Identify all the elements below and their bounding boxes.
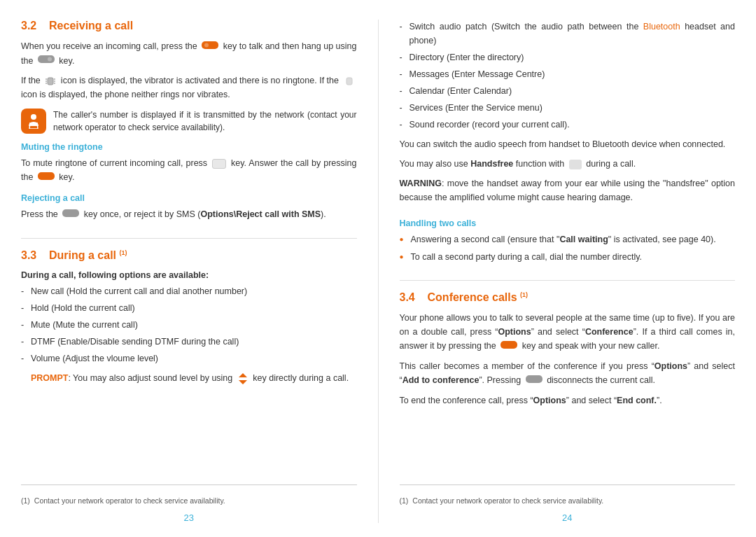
section-32-vibrate: If the icon is displayed, the vibrator i… [21, 74, 357, 102]
end-key-icon3 [526, 374, 542, 388]
left-page-number: 23 [21, 512, 357, 523]
list-item: Hold (Hold the current call) [21, 301, 357, 315]
reject-bold: Options\Reject call with SMS [201, 209, 321, 219]
svg-rect-18 [526, 375, 542, 383]
list-item: DTMF (Enable/Disable sending DTMF during… [21, 335, 357, 349]
section-34-heading: 3.4 Conference calls (1) [400, 291, 736, 304]
right-column: Switch audio patch (Switch the audio pat… [378, 20, 736, 523]
options-heading: During a call, following options are ava… [21, 270, 357, 280]
right-options-list: Switch audio patch (Switch the audio pat… [400, 20, 736, 132]
section-34-superscript: (1) [520, 291, 528, 298]
section-33-superscript: (1) [120, 249, 127, 256]
info-icon [21, 109, 46, 134]
footnote-marker: (1) [21, 496, 30, 507]
warning-text: WARNING: move the handset away from your… [400, 176, 736, 204]
nav-key-icon [237, 372, 248, 385]
svg-rect-2 [38, 55, 55, 63]
list-item: Services (Enter the Service menu) [400, 101, 736, 115]
conference-para2: This caller becomes a member of the conf… [400, 359, 736, 388]
right-footnote-text: Contact your network operator to check s… [412, 496, 603, 507]
list-item: Switch audio patch (Switch the audio pat… [400, 20, 736, 48]
divider [21, 238, 357, 239]
list-item: Messages (Enter Message Centre) [400, 67, 736, 81]
list-item: New call (Hold the current call and dial… [21, 284, 357, 298]
call-waiting-bold: Call waiting [559, 235, 608, 244]
end-key-icon [38, 54, 55, 68]
info-box: The caller's number is displayed if it i… [21, 109, 357, 134]
call-key-icon2 [38, 171, 55, 185]
options-list: New call (Hold the current call and dial… [21, 284, 357, 365]
svg-rect-14 [62, 209, 79, 217]
list-item: Sound recorder (record your current call… [400, 118, 736, 132]
section-32-heading: 3.2 Receiving a call [21, 20, 357, 32]
section-33: 3.3 During a call (1) During a call, fol… [21, 249, 357, 391]
section-34-title: Conference calls [428, 291, 517, 303]
prompt-box: PROMPT: You may also adjust sound level … [21, 371, 357, 385]
prompt-label: PROMPT [31, 373, 68, 383]
footnote-text: Contact your network operator to check s… [34, 496, 225, 507]
warning-label: WARNING [400, 179, 442, 188]
svg-marker-16 [239, 380, 247, 384]
left-column: 3.2 Receiving a call When you receive an… [21, 20, 357, 523]
handling-heading: Handling two calls [400, 218, 736, 228]
section-33-number: 3.3 [21, 249, 36, 261]
list-item: Answering a second call (ensure that "Ca… [400, 232, 736, 246]
vibrate-icon1 [45, 76, 56, 87]
info-box-text: The caller's number is displayed if it i… [53, 109, 357, 134]
conference-para3: To end the conference call, press “Optio… [400, 393, 736, 407]
right-divider [400, 280, 736, 281]
svg-point-1 [204, 43, 209, 47]
handling-two-calls: Handling two calls Answering a second ca… [400, 210, 736, 270]
right-page-number: 24 [400, 512, 736, 523]
handsfree-text: You may also use Handsfree function with… [400, 157, 736, 171]
reject-heading: Rejecting a call [21, 193, 357, 203]
right-footnote: (1) Contact your network operator to che… [400, 496, 736, 507]
end-key-icon2 [62, 208, 79, 222]
section-32-cont: Switch audio patch (Switch the audio pat… [400, 20, 736, 210]
mute-text: To mute ringtone of current incoming cal… [21, 156, 357, 185]
list-item: Directory (Enter the directory) [400, 50, 736, 64]
section-32: 3.2 Receiving a call When you receive an… [21, 20, 357, 228]
section-34: 3.4 Conference calls (1) Your phone allo… [400, 291, 736, 413]
footnote-area: (1) Contact your network operator to che… [21, 484, 357, 523]
section-32-number: 3.2 [21, 20, 36, 32]
list-item: Volume (Adjust the vloume level) [21, 351, 357, 365]
section-32-title: Receiving a call [49, 20, 133, 32]
right-footnote-area: (1) Contact your network operator to che… [400, 484, 736, 523]
handling-list: Answering a second call (ensure that "Ca… [400, 232, 736, 264]
section-32-intro: When you receive an incoming call, press… [21, 39, 357, 68]
conference-para1: Your phone allows you to talk to several… [400, 311, 736, 354]
svg-rect-11 [346, 78, 352, 85]
section-33-title: During a call [49, 249, 116, 261]
list-item: Calendar (Enter Calendar) [400, 84, 736, 98]
section-34-number: 3.4 [400, 291, 415, 303]
svg-rect-4 [48, 78, 53, 85]
mute-heading: Muting the ringtone [21, 142, 357, 152]
switch-text: You can switch the audio speech from han… [400, 137, 736, 151]
svg-rect-13 [38, 172, 55, 180]
vibrate-icon2 [344, 76, 355, 87]
left-footnote: (1) Contact your network operator to che… [21, 496, 357, 507]
reject-text: Press the key once, or reject it by SMS … [21, 207, 357, 222]
right-footnote-marker: (1) [400, 496, 409, 507]
svg-rect-0 [202, 41, 218, 49]
list-item: Mute (Mute the current call) [21, 318, 357, 332]
list-item: To call a second party during a call, di… [400, 250, 736, 264]
svg-point-12 [31, 114, 36, 120]
call-key-icon3 [500, 340, 517, 354]
svg-rect-17 [500, 341, 517, 349]
svg-point-3 [48, 57, 52, 62]
svg-marker-15 [239, 373, 247, 377]
section-33-heading: 3.3 During a call (1) [21, 249, 357, 262]
speaker-icon [569, 160, 582, 169]
call-key-icon [202, 40, 218, 54]
menu-key-icon [212, 159, 226, 169]
